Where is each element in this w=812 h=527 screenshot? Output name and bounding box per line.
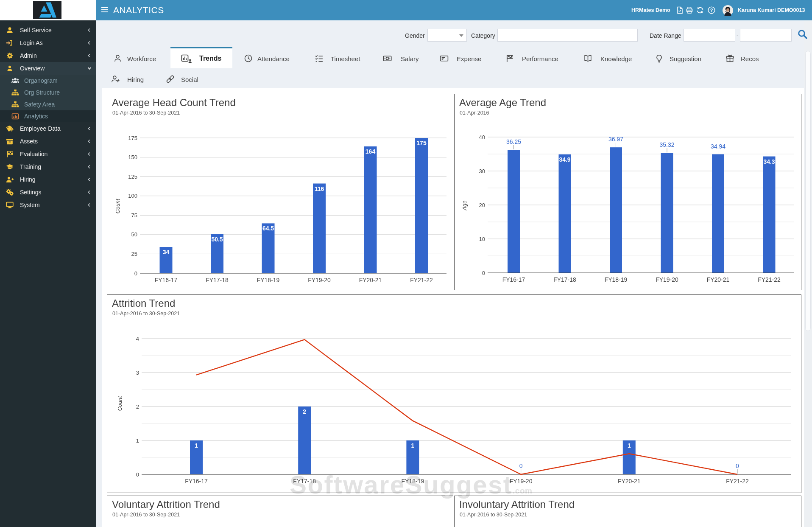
svg-text:FY19-20: FY19-20 bbox=[308, 277, 331, 283]
svg-text:1: 1 bbox=[195, 442, 198, 449]
svg-text:30: 30 bbox=[479, 168, 485, 174]
svg-text:40: 40 bbox=[479, 134, 485, 140]
svg-text:Count: Count bbox=[117, 395, 123, 411]
svg-text:36.25: 36.25 bbox=[506, 138, 521, 145]
svg-text:FY19-20: FY19-20 bbox=[656, 276, 678, 283]
svg-text:0: 0 bbox=[136, 471, 139, 478]
svg-text:1: 1 bbox=[628, 442, 631, 449]
svg-text:FY21-22: FY21-22 bbox=[410, 277, 433, 283]
svg-text:10: 10 bbox=[479, 236, 485, 242]
svg-text:Age: Age bbox=[461, 200, 468, 210]
svg-text:FY16-17: FY16-17 bbox=[185, 478, 208, 485]
svg-text:0: 0 bbox=[519, 463, 523, 469]
svg-text:FY18-19: FY18-19 bbox=[605, 276, 628, 283]
svg-text:3: 3 bbox=[136, 370, 139, 376]
svg-text:FY17-18: FY17-18 bbox=[553, 276, 576, 283]
svg-text:FY20-21: FY20-21 bbox=[618, 478, 641, 485]
svg-text:25: 25 bbox=[131, 251, 137, 257]
svg-text:0: 0 bbox=[134, 270, 137, 277]
svg-text:175: 175 bbox=[128, 135, 137, 141]
svg-text:FY16-17: FY16-17 bbox=[502, 276, 525, 283]
svg-text:FY17-18: FY17-18 bbox=[206, 277, 229, 283]
svg-text:4: 4 bbox=[136, 336, 139, 342]
svg-text:1: 1 bbox=[136, 437, 139, 444]
svg-text:FY16-17: FY16-17 bbox=[155, 277, 178, 283]
svg-text:36.97: 36.97 bbox=[608, 136, 623, 143]
svg-text:34.9: 34.9 bbox=[559, 156, 570, 163]
svg-text:FY20-21: FY20-21 bbox=[359, 277, 382, 283]
svg-text:34.94: 34.94 bbox=[711, 143, 725, 150]
svg-text:100: 100 bbox=[128, 193, 137, 199]
svg-text:34: 34 bbox=[163, 249, 170, 255]
svg-text:125: 125 bbox=[128, 174, 137, 180]
svg-text:2: 2 bbox=[303, 408, 306, 415]
svg-text:20: 20 bbox=[479, 202, 485, 208]
svg-text:35.32: 35.32 bbox=[659, 141, 674, 148]
svg-text:34.3: 34.3 bbox=[763, 158, 775, 165]
svg-text:0: 0 bbox=[736, 463, 739, 469]
svg-text:FY21-22: FY21-22 bbox=[726, 478, 749, 485]
svg-text:?: ? bbox=[710, 8, 713, 13]
svg-text:116: 116 bbox=[315, 185, 324, 192]
svg-text:50: 50 bbox=[131, 231, 137, 238]
svg-text:64.5: 64.5 bbox=[262, 225, 274, 232]
svg-text:P: P bbox=[678, 9, 681, 13]
svg-text:50.5: 50.5 bbox=[211, 236, 223, 243]
svg-text:150: 150 bbox=[128, 154, 137, 160]
svg-text:175: 175 bbox=[416, 140, 427, 146]
svg-text:FY18-19: FY18-19 bbox=[257, 277, 280, 283]
svg-text:FY21-22: FY21-22 bbox=[758, 276, 781, 283]
svg-text:0: 0 bbox=[482, 270, 485, 276]
svg-text:164: 164 bbox=[366, 148, 376, 155]
svg-text:Count: Count bbox=[114, 198, 121, 213]
svg-text:75: 75 bbox=[131, 212, 137, 219]
svg-text:2: 2 bbox=[136, 404, 139, 410]
svg-text:FY20-21: FY20-21 bbox=[707, 276, 730, 283]
svg-text:1: 1 bbox=[411, 442, 415, 449]
